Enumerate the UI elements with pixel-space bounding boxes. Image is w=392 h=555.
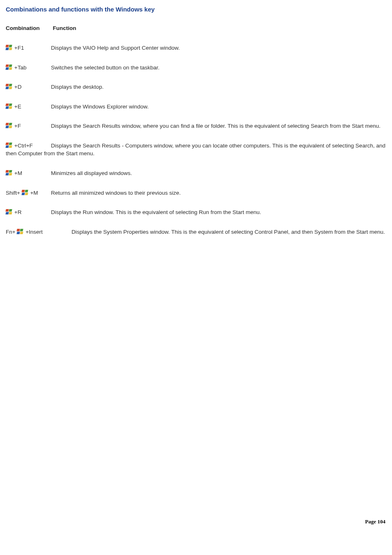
combo-suffix: +Insert — [24, 229, 42, 235]
combination-cell: +Ctrl+F — [6, 142, 51, 150]
document-page: Combinations and functions with the Wind… — [0, 0, 392, 530]
combo-suffix: +Ctrl+F — [13, 143, 33, 149]
windows-key-icon — [6, 104, 12, 109]
function-cell: Displays the desktop. — [51, 83, 104, 91]
combination-cell: +E — [6, 103, 51, 111]
table-row: +MMinimizes all displayed windows. — [6, 169, 386, 177]
header-function: Function — [53, 25, 76, 31]
windows-key-icon — [6, 64, 12, 70]
windows-key-icon — [22, 190, 28, 196]
combo-suffix: +D — [13, 84, 21, 90]
page-footer: Page 104 — [365, 518, 385, 525]
combo-suffix: +F — [13, 123, 21, 129]
combo-suffix: +E — [13, 104, 21, 110]
footer-page-number: 104 — [378, 518, 386, 525]
table-row: +DDisplays the desktop. — [6, 83, 386, 91]
combination-cell: +R — [6, 208, 51, 216]
function-cell: Displays the Windows Explorer window. — [51, 103, 149, 111]
header-combination: Combination — [6, 25, 51, 31]
combo-prefix: Shift+ — [6, 190, 22, 196]
combination-cell: +F1 — [6, 44, 51, 52]
combination-cell: Fn+ +Insert — [6, 228, 71, 236]
windows-key-icon — [6, 123, 12, 129]
function-cell: Displays the VAIO Help and Support Cente… — [51, 44, 180, 52]
function-cell: Displays the System Properties window. T… — [71, 229, 385, 235]
combo-suffix: +R — [13, 209, 21, 215]
combo-prefix: Fn+ — [6, 229, 17, 235]
function-cell: Displays the Search Results - Computers … — [6, 143, 385, 157]
combo-suffix: +M — [29, 190, 38, 196]
combination-cell: +Tab — [6, 64, 51, 72]
page-title: Combinations and functions with the Wind… — [6, 6, 386, 13]
table-row: +RDisplays the Run window. This is the e… — [6, 208, 386, 216]
function-cell: Displays the Search Results window, wher… — [51, 123, 380, 129]
combination-cell: Shift+ +M — [6, 189, 51, 197]
table-row: Shift+ +MReturns all minimized windows t… — [6, 189, 386, 197]
table-row: +F1Displays the VAIO Help and Support Ce… — [6, 44, 386, 52]
table-row: +TabSwitches the selected button on the … — [6, 64, 386, 72]
function-cell: Switches the selected button on the task… — [51, 64, 159, 72]
function-cell: Returns all minimized windows to their p… — [51, 189, 181, 197]
table-row: Fn+ +InsertDisplays the System Propertie… — [6, 228, 386, 236]
footer-label: Page — [365, 518, 378, 525]
function-cell: Minimizes all displayed windows. — [51, 169, 132, 177]
windows-key-icon — [6, 45, 12, 51]
table-row: +Ctrl+FDisplays the Search Results - Com… — [6, 142, 386, 158]
windows-key-icon — [6, 84, 12, 90]
table-row: +FDisplays the Search Results window, wh… — [6, 122, 386, 130]
table-header-row: Combination Function — [6, 24, 386, 32]
windows-key-icon — [6, 170, 12, 176]
combination-cell: +D — [6, 83, 51, 91]
table-row: +EDisplays the Windows Explorer window. — [6, 103, 386, 111]
combo-suffix: +Tab — [13, 64, 26, 71]
combo-suffix: +F1 — [13, 45, 24, 51]
combo-suffix: +M — [13, 170, 22, 176]
function-cell: Displays the Run window. This is the equ… — [51, 208, 261, 216]
combination-cell: +F — [6, 122, 51, 130]
table-body: +F1Displays the VAIO Help and Support Ce… — [6, 44, 386, 236]
windows-key-icon — [17, 229, 23, 235]
windows-key-icon — [6, 209, 12, 215]
windows-key-icon — [6, 143, 12, 148]
combination-cell: +M — [6, 169, 51, 177]
